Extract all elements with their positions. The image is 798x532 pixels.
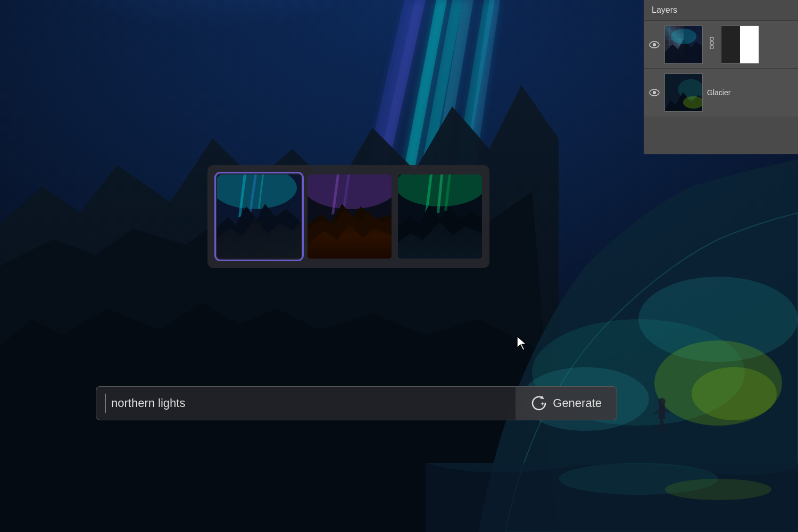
- svg-point-17: [692, 367, 777, 420]
- svg-rect-18: [659, 404, 665, 419]
- layer-row-1[interactable]: [644, 21, 798, 69]
- prompt-cursor-divider: [105, 394, 106, 413]
- generation-result-3[interactable]: [398, 174, 482, 259]
- layers-panel: Layers: [644, 0, 798, 154]
- svg-rect-31: [710, 37, 713, 40]
- layers-panel-header: Layers: [644, 0, 798, 21]
- svg-point-19: [658, 398, 666, 405]
- generate-icon: [530, 395, 547, 412]
- layer-2-name: Glacier: [707, 88, 794, 97]
- layer-row-2[interactable]: Glacier: [644, 69, 798, 117]
- generation-popup: [207, 165, 489, 268]
- generate-label: Generate: [553, 396, 602, 410]
- svg-point-26: [665, 479, 771, 500]
- prompt-bar: Generate: [96, 386, 617, 420]
- layer-1-thumbnail: [664, 26, 703, 64]
- layer-chain-icon: [707, 37, 717, 52]
- svg-point-30: [671, 28, 697, 44]
- svg-point-37: [653, 91, 656, 94]
- layer-1-mask-thumbnail: [721, 26, 759, 64]
- layers-panel-title: Layers: [652, 5, 677, 14]
- layer-2-thumbnail: [664, 73, 703, 112]
- layer-2-visibility-toggle[interactable]: [649, 87, 660, 98]
- prompt-input-wrapper: [96, 386, 516, 420]
- generation-result-1[interactable]: [217, 174, 301, 259]
- generate-button[interactable]: Generate: [516, 386, 617, 420]
- layer-1-visibility-toggle[interactable]: [649, 39, 660, 51]
- svg-rect-35: [710, 46, 713, 49]
- svg-point-28: [653, 43, 656, 46]
- svg-rect-32: [710, 41, 713, 45]
- prompt-input[interactable]: [111, 396, 507, 410]
- generation-result-2[interactable]: [307, 174, 392, 259]
